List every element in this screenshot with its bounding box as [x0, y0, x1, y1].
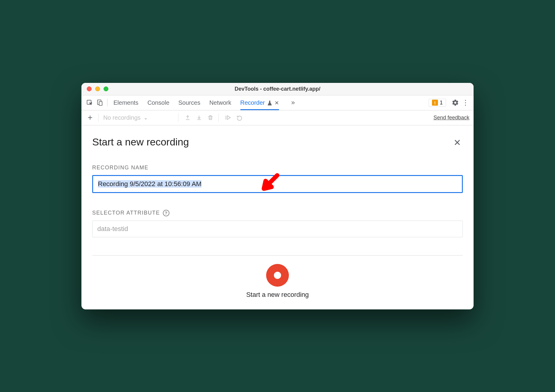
help-icon[interactable]: ? — [163, 210, 169, 216]
window-title: DevTools - coffee-cart.netlify.app/ — [81, 86, 474, 92]
new-recording-panel: Start a new recording ✕ RECORDING NAME R… — [81, 125, 474, 309]
tab-console[interactable]: Console — [147, 96, 169, 110]
titlebar: DevTools - coffee-cart.netlify.app/ — [81, 83, 474, 95]
more-options-icon[interactable]: ⋮ — [460, 98, 471, 108]
divider — [98, 113, 98, 122]
selector-attribute-input[interactable]: data-testid — [92, 221, 463, 237]
devtools-window: DevTools - coffee-cart.netlify.app/ Elem… — [81, 83, 474, 309]
panel-title: Start a new recording — [92, 136, 463, 148]
close-tab-icon[interactable]: ✕ — [275, 100, 279, 106]
import-icon[interactable] — [195, 113, 204, 122]
selector-attribute-label: SELECTOR ATTRIBUTE ? — [92, 210, 463, 216]
tab-recorder[interactable]: Recorder ✕ — [240, 96, 279, 110]
divider — [219, 113, 219, 122]
send-feedback-link[interactable]: Send feedback — [433, 115, 469, 121]
tab-elements[interactable]: Elements — [113, 96, 138, 110]
divider — [178, 113, 178, 122]
recording-name-label: RECORDING NAME — [92, 165, 463, 171]
step-icon[interactable] — [224, 113, 233, 122]
start-recording-button[interactable] — [266, 264, 289, 287]
footer-text: Start a new recording — [246, 291, 309, 299]
issues-badge[interactable]: ! 1 — [429, 99, 446, 107]
record-icon — [274, 272, 281, 279]
new-recording-button[interactable]: + — [86, 113, 95, 122]
svg-rect-2 — [99, 101, 102, 105]
divider — [107, 99, 107, 107]
recording-name-value: Recording 9/5/2022 at 10:56:09 AM — [98, 180, 201, 188]
recording-selector-label: No recordings — [103, 114, 141, 121]
selector-placeholder: data-testid — [97, 225, 128, 233]
export-icon[interactable] — [183, 113, 192, 122]
issues-count: 1 — [440, 100, 443, 106]
panel-footer: Start a new recording — [92, 255, 463, 309]
device-toolbar-icon[interactable] — [95, 98, 105, 108]
warning-icon: ! — [432, 100, 438, 106]
recording-selector[interactable]: No recordings ⌄ — [103, 114, 175, 121]
delete-icon[interactable] — [206, 113, 215, 122]
recording-name-input[interactable]: Recording 9/5/2022 at 10:56:09 AM — [92, 175, 463, 193]
tab-recorder-label: Recorder — [240, 99, 265, 106]
flask-icon — [267, 100, 272, 106]
recorder-toolbar: + No recordings ⌄ Send feedback — [81, 110, 474, 125]
tab-network[interactable]: Network — [209, 96, 231, 110]
tabs-bar: Elements Console Sources Network Recorde… — [81, 95, 474, 110]
chevron-down-icon: ⌄ — [144, 115, 148, 121]
settings-icon[interactable] — [450, 98, 460, 108]
replay-icon[interactable] — [235, 113, 244, 122]
more-tabs-icon[interactable]: » — [288, 98, 298, 108]
close-panel-icon[interactable]: ✕ — [454, 137, 461, 148]
tab-sources[interactable]: Sources — [178, 96, 200, 110]
tabs-list: Elements Console Sources Network Recorde… — [113, 96, 298, 110]
inspect-element-icon[interactable] — [84, 98, 95, 108]
